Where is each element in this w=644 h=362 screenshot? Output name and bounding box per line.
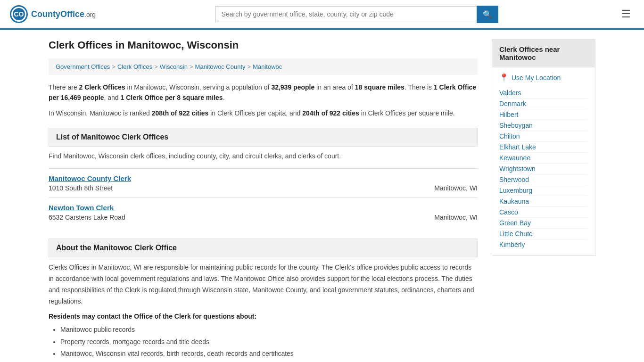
- breadcrumb-manitowoc[interactable]: Manitowoc: [253, 63, 282, 70]
- office-name-2[interactable]: Newton Town Clerk: [49, 204, 114, 212]
- info-para-1: There are 2 Clerk Offices in Manitowoc, …: [49, 82, 478, 103]
- sidebar-city-link[interactable]: Kimberly: [499, 239, 588, 250]
- sidebar-city-link[interactable]: Sheboygan: [499, 120, 588, 131]
- sidebar-city-link[interactable]: Hilbert: [499, 109, 588, 120]
- list-section-heading: List of Manitowoc Clerk Offices: [49, 128, 478, 147]
- residents-list: Manitowoc public recordsProperty records…: [49, 324, 478, 362]
- office-city-1: Manitowoc, WI: [434, 184, 478, 192]
- breadcrumb-sep-4: >: [248, 63, 251, 70]
- about-text: Clerks Offices in Manitowoc, WI are resp…: [49, 262, 478, 307]
- breadcrumb-gov-offices[interactable]: Government Offices: [56, 63, 110, 70]
- office-entry-1: Manitowoc County Clerk 1010 South 8th St…: [49, 168, 478, 197]
- search-button[interactable]: 🔍: [477, 6, 498, 23]
- hamburger-icon: ☰: [621, 8, 631, 20]
- residents-list-item: Property records, mortgage records and t…: [60, 336, 478, 348]
- use-my-location-link[interactable]: 📍 Use My Location: [499, 73, 588, 82]
- residents-list-item: Marriage and divorce records, licenses a…: [60, 360, 478, 362]
- sidebar-city-link[interactable]: Little Chute: [499, 229, 588, 239]
- logo[interactable]: CO CountyOffice.org: [9, 5, 96, 24]
- breadcrumb-sep-2: >: [154, 63, 158, 70]
- search-bar: 🔍: [215, 6, 498, 23]
- breadcrumb-sep-1: >: [112, 63, 116, 70]
- residents-heading: Residents may contact the Office of the …: [49, 313, 478, 320]
- location-pin-icon: 📍: [499, 73, 509, 82]
- logo-text: CountyOffice: [31, 9, 84, 19]
- use-my-location-label: Use My Location: [512, 74, 561, 82]
- sidebar-city-link[interactable]: Casco: [499, 207, 588, 218]
- list-section-desc: Find Manitowoc, Wisconsin clerk offices,…: [49, 151, 478, 161]
- sidebar-city-link[interactable]: Elkhart Lake: [499, 142, 588, 153]
- sidebar-content: 📍 Use My Location ValdersDenmarkHilbertS…: [492, 67, 595, 256]
- residents-list-item: Manitowoc, Wisconsin vital records, birt…: [60, 348, 478, 360]
- breadcrumb: Government Offices > Clerk Offices > Wis…: [49, 58, 478, 75]
- office-address-2: 6532 Carstens Lake Road: [49, 214, 125, 221]
- menu-button[interactable]: ☰: [618, 6, 635, 22]
- breadcrumb-sep-3: >: [190, 63, 193, 70]
- sidebar-city-link[interactable]: Luxemburg: [499, 185, 588, 196]
- sidebar-city-link[interactable]: Green Bay: [499, 218, 588, 229]
- sidebar-city-link[interactable]: Sherwood: [499, 174, 588, 185]
- breadcrumb-wisconsin[interactable]: Wisconsin: [160, 63, 188, 70]
- page-title: Clerk Offices in Manitowoc, Wisconsin: [49, 39, 478, 51]
- info-para-2: In Wisconsin, Manitowoc is ranked 208th …: [49, 108, 478, 118]
- office-list: Manitowoc County Clerk 1010 South 8th St…: [49, 168, 478, 227]
- sidebar: Clerk Offices near Manitowoc 📍 Use My Lo…: [492, 39, 595, 362]
- search-icon: 🔍: [483, 10, 492, 18]
- office-name-1[interactable]: Manitowoc County Clerk: [49, 174, 131, 182]
- sidebar-city-link[interactable]: Chilton: [499, 131, 588, 142]
- sidebar-links: ValdersDenmarkHilbertSheboyganChiltonElk…: [499, 88, 588, 250]
- search-input[interactable]: [215, 6, 477, 22]
- sidebar-city-link[interactable]: Denmark: [499, 99, 588, 109]
- sidebar-city-link[interactable]: Kewaunee: [499, 153, 588, 164]
- sidebar-city-link[interactable]: Kaukauna: [499, 196, 588, 207]
- residents-list-item: Manitowoc public records: [60, 324, 478, 336]
- office-address-1: 1010 South 8th Street: [49, 184, 113, 192]
- breadcrumb-manitowoc-county[interactable]: Manitowoc County: [195, 63, 246, 70]
- svg-text:CO: CO: [14, 10, 24, 18]
- sidebar-city-link[interactable]: Valders: [499, 88, 588, 99]
- logo-suffix: .org: [84, 11, 96, 18]
- breadcrumb-clerk-offices[interactable]: Clerk Offices: [117, 63, 152, 70]
- about-section-heading: About the Manitowoc Clerk Office: [49, 239, 478, 257]
- sidebar-city-link[interactable]: Wrightstown: [499, 164, 588, 174]
- sidebar-heading: Clerk Offices near Manitowoc: [492, 39, 595, 67]
- office-city-2: Manitowoc, WI: [434, 214, 478, 221]
- office-entry-2: Newton Town Clerk 6532 Carstens Lake Roa…: [49, 197, 478, 227]
